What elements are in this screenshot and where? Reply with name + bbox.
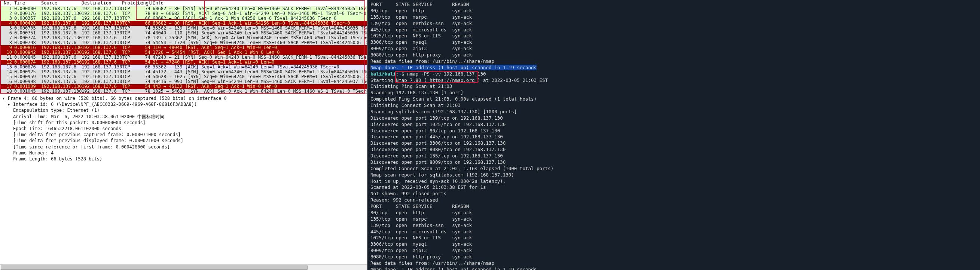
detail-line: [Time since reference or first frame: 0.… bbox=[2, 144, 366, 150]
term-line: 80/tcp open http syn-ack bbox=[371, 210, 977, 216]
term-line: 3306/tcp open mysql syn-ack bbox=[371, 39, 977, 46]
cell-col-info: 110 → 48040 [RST, ACK] Seq=1 Ack=1 Win=0… bbox=[153, 45, 367, 50]
cell-col-src: 192.168.137.130 bbox=[41, 89, 81, 94]
term-line: Initiating Ping Scan at 21:03 bbox=[371, 83, 977, 90]
detail-line: [Time delta from previous displayed fram… bbox=[2, 138, 366, 144]
packet-row[interactable]: 180.001045192.168.137.130192.168.137.6TC… bbox=[0, 89, 367, 94]
cell-col-info: 49416 → 993 [SYN] Seq=0 Win=64240 Len=0 … bbox=[153, 79, 367, 84]
term-line: Read data files from: /usr/bin/../share/… bbox=[371, 260, 977, 267]
term-line: Completed Ping Scan at 21:03, 0.00s elap… bbox=[371, 96, 977, 102]
cell-col-no: 7 bbox=[0, 35, 14, 40]
cell-col-no: 5 bbox=[0, 26, 14, 31]
packet-details-pane[interactable]: ▾ Frame 4: 66 bytes on wire (528 bits), … bbox=[0, 94, 367, 264]
term-line: Nmap scan report for sqlilabs.com (192.1… bbox=[371, 172, 977, 178]
cell-col-info: 35362 → 139 [SYN] Seq=0 Win=64240 Len=0 … bbox=[153, 26, 367, 31]
cell-col-info: 60682 → 80 [RST, ACK] Seq=1 Ack=1 Win=64… bbox=[153, 21, 367, 26]
term-line: 135/tcp open msrpc syn-ack bbox=[371, 216, 977, 222]
col-header-dest[interactable]: Destination bbox=[81, 0, 122, 6]
cell-col-info: 60682 → 80 [ACK] Seq=1 Ack=1 Win=64256 L… bbox=[153, 16, 367, 21]
cell-col-proto: TCP bbox=[122, 89, 138, 94]
term-line: Nmap done: 1 IP address (1 host up) scan… bbox=[371, 267, 977, 270]
col-header-proto[interactable]: Protocol bbox=[122, 0, 138, 6]
detail-line: Arrival Time: Mar 6, 2022 10:03:38.06110… bbox=[2, 114, 366, 120]
cell-col-info: 21 → 47240 [RST, ACK] Seq=1 Ack=1 Win=0 … bbox=[153, 60, 367, 65]
term-line: 80/tcp open http syn-ack bbox=[371, 8, 977, 14]
term-line: 8080/tcp open http-proxy syn-ack bbox=[371, 52, 977, 58]
term-line: PORT STATE SERVICE REASON bbox=[371, 2, 977, 8]
term-line: 135/tcp open msrpc syn-ack bbox=[371, 14, 977, 21]
term-line: Starting Nmap 7.80 ( https://nmap.org ) … bbox=[371, 78, 977, 84]
scrollbar-thumb[interactable] bbox=[1, 265, 308, 270]
cell-col-info: 80 → 60682 [SYN, ACK] Seq=0 Ack=1 Win=64… bbox=[153, 11, 367, 16]
cell-col-info: 139 → 35362 [SYN, ACK] Seq=0 Ack=1 Win=6… bbox=[153, 35, 367, 40]
cell-col-time: 0.001045 bbox=[14, 89, 41, 94]
term-line: Discovered open port 3306/tcp on 192.168… bbox=[371, 140, 977, 146]
cell-col-info: 443 → 45132 [RST, ACK] Seq=1 Ack=1 Win=0… bbox=[153, 84, 367, 89]
cell-col-no: 1 bbox=[0, 6, 14, 11]
term-line: Discovered open port 445/tcp on 192.168.… bbox=[371, 134, 977, 140]
cell-col-info: 1720 → 54454 [RST, ACK] Seq=1 Ack=1 Win=… bbox=[153, 50, 367, 55]
term-line: Discovered open port 139/tcp on 192.168.… bbox=[371, 115, 977, 122]
term-line: Discovered open port 80/tcp on 192.168.1… bbox=[371, 128, 977, 134]
term-line: 3306/tcp open mysql syn-ack bbox=[371, 241, 977, 248]
col-header-info[interactable]: Info bbox=[153, 0, 367, 6]
term-line: 445/tcp open microsoft-ds syn-ack bbox=[371, 229, 977, 235]
term-line: Discovered open port 1025/tcp on 192.168… bbox=[371, 122, 977, 128]
term-prompt-line: kali@kali:~$ nmap -PS -vv 192.168.137.13… bbox=[371, 71, 977, 78]
cell-col-no: 2 bbox=[0, 11, 14, 16]
col-header-len[interactable]: Length bbox=[138, 0, 153, 6]
detail-line: Frame Length: 66 bytes (528 bits) bbox=[2, 156, 366, 162]
horizontal-scrollbar[interactable] bbox=[0, 264, 367, 270]
nmap-command: nmap -PS -vv 192.168.137.130 bbox=[407, 71, 486, 77]
cell-col-info: 54628 → 1025 [SYN] Seq=0 Win=64240 Len=0… bbox=[153, 75, 367, 79]
wireshark-pane: No. Time Source Destination Protocol Len… bbox=[0, 0, 368, 270]
term-line: Discovered open port 8080/tcp on 192.168… bbox=[371, 146, 977, 153]
term-line: Scanned at 2022-03-05 21:03:38 EST for 1… bbox=[371, 184, 977, 191]
col-header-source[interactable]: Source bbox=[41, 0, 81, 6]
cell-col-no: 8 bbox=[0, 40, 14, 45]
detail-line: Epoch Time: 1646532218.061102000 seconds bbox=[2, 125, 366, 132]
detail-line: Frame Number: 4 bbox=[2, 150, 366, 156]
term-line: 139/tcp open netbios-ssn syn-ack bbox=[371, 21, 977, 27]
term-line: Read data files from: /usr/bin/../share/… bbox=[371, 58, 977, 65]
term-line: Discovered open port 8009/tcp on 192.168… bbox=[371, 159, 977, 166]
term-line: 8009/tcp open ajp13 syn-ack bbox=[371, 248, 977, 254]
terminal-pane[interactable]: PORT STATE SERVICE REASON 80/tcp open ht… bbox=[368, 0, 980, 270]
term-line: Scanning 192.168.137.130 [1 port] bbox=[371, 90, 977, 96]
cell-col-dst: 192.168.137.6 bbox=[81, 89, 122, 94]
term-line: 1025/tcp open NFS-or-IIS syn-ack bbox=[371, 33, 977, 39]
term-line: Discovered open port 135/tcp on 192.168.… bbox=[371, 153, 977, 159]
term-line: Initiating Connect Scan at 21:03 bbox=[371, 102, 977, 109]
detail-line[interactable]: ▸ Interface id: 0 (\Device\NPF_{ABCC03B2… bbox=[2, 101, 366, 107]
term-line: Scanning sqlilabs.com (192.168.137.130) … bbox=[371, 109, 977, 115]
cell-col-info: 48040 → 110 [SYN] Seq=0 Win=64240 Len=0 … bbox=[153, 31, 367, 35]
cell-col-info: 45132 → 443 [SYN] Seq=0 Win=64240 Len=0 … bbox=[153, 70, 367, 75]
term-line: Reason: 992 conn-refused bbox=[371, 197, 977, 203]
cell-col-info: 47240 → 21 [SYN] Seq=0 Win=64240 Len=0 M… bbox=[153, 55, 367, 60]
term-line: PORT STATE SERVICE REASON bbox=[371, 203, 977, 210]
term-line: 8080/tcp open http-proxy syn-ack bbox=[371, 254, 977, 260]
detail-line: [Time shift for this packet: 0.000000000… bbox=[2, 120, 366, 125]
term-line: 139/tcp open netbios-ssn syn-ack bbox=[371, 222, 977, 229]
col-header-time[interactable]: Time bbox=[14, 0, 41, 6]
term-line: Completed Connect Scan at 21:03, 1.16s e… bbox=[371, 166, 977, 172]
term-line: 8009/tcp open ajp13 syn-ack bbox=[371, 46, 977, 52]
detail-line: [Time delta from previous captured frame… bbox=[2, 132, 366, 138]
term-line: Nmap done: 1 IP address (1 host up) scan… bbox=[371, 65, 977, 71]
cell-col-no: 18 bbox=[0, 89, 14, 94]
cell-col-no: 6 bbox=[0, 31, 14, 35]
term-line: Host is up, received syn-ack (0.00042s l… bbox=[371, 178, 977, 185]
cell-col-no: 4 bbox=[0, 21, 14, 26]
term-line: 445/tcp open microsoft-ds syn-ack bbox=[371, 27, 977, 33]
cell-col-info: 60682 → 80 [SYN] Seq=0 Win=64240 Len=0 M… bbox=[153, 6, 367, 11]
packet-list[interactable]: No. Time Source Destination Protocol Len… bbox=[0, 0, 367, 94]
detail-line: Encapsulation type: Ethernet (1) bbox=[2, 107, 366, 113]
col-header-no[interactable]: No. bbox=[0, 0, 14, 6]
cell-col-info: 54454 → 1720 [SYN] Seq=0 Win=64240 Len=0… bbox=[153, 40, 367, 45]
term-line: Not shown: 992 closed ports bbox=[371, 191, 977, 197]
cell-col-no: 3 bbox=[0, 16, 14, 21]
cell-col-info: 35362 → 139 [ACK] Seq=1 Ack=1 Win=64240 … bbox=[153, 65, 367, 70]
term-line: 1025/tcp open NFS-or-IIS syn-ack bbox=[371, 235, 977, 241]
detail-line[interactable]: ▾ Frame 4: 66 bytes on wire (528 bits), … bbox=[2, 95, 366, 101]
packet-list-header[interactable]: No. Time Source Destination Protocol Len… bbox=[0, 0, 367, 6]
